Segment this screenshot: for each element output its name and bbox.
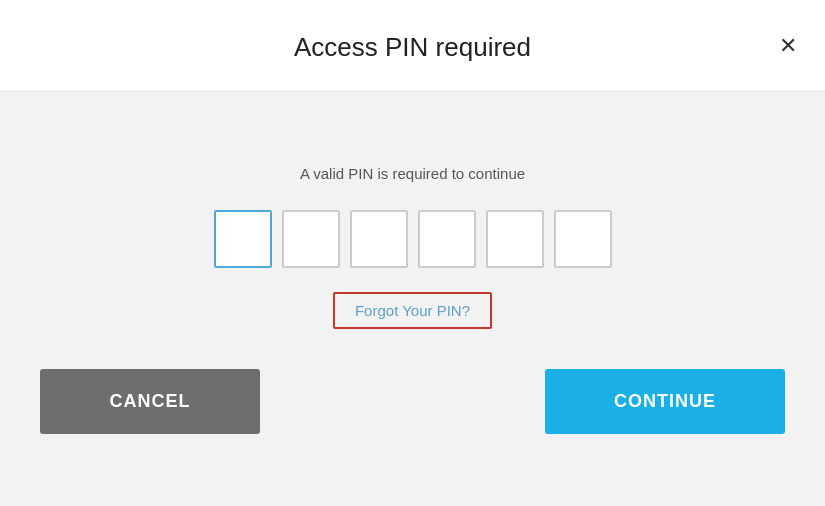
action-buttons: CANCEL CONTINUE: [40, 369, 785, 434]
pin-digit-2[interactable]: [282, 210, 340, 268]
pin-digit-5[interactable]: [486, 210, 544, 268]
modal-header: Access PIN required ✕: [0, 0, 825, 92]
cancel-button[interactable]: CANCEL: [40, 369, 260, 434]
pin-digit-3[interactable]: [350, 210, 408, 268]
pin-digit-4[interactable]: [418, 210, 476, 268]
pin-digit-1[interactable]: [214, 210, 272, 268]
close-button[interactable]: ✕: [775, 31, 801, 61]
forgot-pin-button[interactable]: Forgot Your PIN?: [333, 292, 492, 329]
modal-body: A valid PIN is required to continue Forg…: [0, 92, 825, 506]
pin-digit-6[interactable]: [554, 210, 612, 268]
modal-title: Access PIN required: [294, 32, 531, 63]
access-pin-modal: Access PIN required ✕ A valid PIN is req…: [0, 0, 825, 506]
subtitle-text: A valid PIN is required to continue: [300, 165, 525, 182]
pin-input-row: [214, 210, 612, 268]
continue-button[interactable]: CONTINUE: [545, 369, 785, 434]
